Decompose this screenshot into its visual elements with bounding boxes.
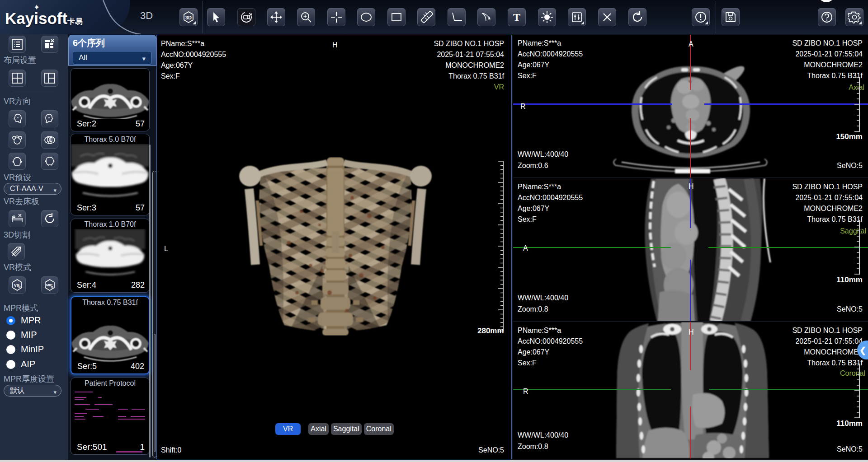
svg-text:MIP: MIP xyxy=(46,283,53,287)
svg-text:VR: VR xyxy=(14,283,20,288)
svg-text:T: T xyxy=(513,11,520,23)
svg-text:3D: 3D xyxy=(185,15,192,20)
